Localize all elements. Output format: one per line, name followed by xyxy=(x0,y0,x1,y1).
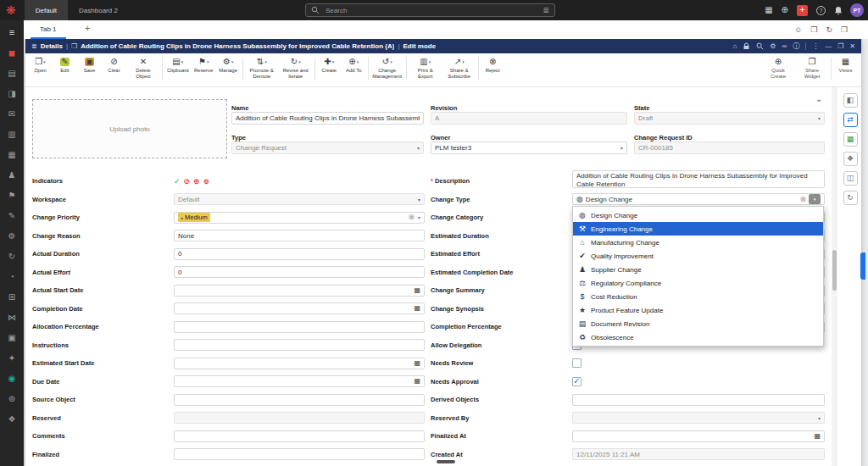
workflow-nav-icon[interactable]: ⋈ xyxy=(0,307,24,327)
dropdown-option-design-change[interactable]: ◍Design Change xyxy=(573,208,823,222)
widgets-panel-icon[interactable]: ❖ xyxy=(843,152,858,166)
dropdown-option-supplier-change[interactable]: ♟Supplier Change xyxy=(573,263,823,276)
dropdown-option-quality-improvement[interactable]: ✔Quality Improvement xyxy=(573,249,823,263)
calendar-icon[interactable]: ▦ xyxy=(414,287,420,294)
dropdown-toggle-button[interactable]: ▾ xyxy=(809,194,821,204)
add-workspace-icon[interactable]: ⊕ xyxy=(782,6,788,14)
toolbar-button-reserve[interactable]: ⚑▾Reserve xyxy=(192,56,216,74)
clear-icon[interactable]: ⊗ xyxy=(799,196,806,203)
quick-add-button[interactable]: + xyxy=(797,5,808,16)
global-search[interactable]: ≣ xyxy=(305,3,555,17)
field-created-at[interactable]: 12/11/2025 11:21 AM xyxy=(572,448,825,460)
toolbar-button-share-subscribe[interactable]: ↗▾Share & Subscribe xyxy=(442,56,476,80)
field-estimated-start-date[interactable]: ▦ xyxy=(174,358,425,369)
modules-nav-icon[interactable]: ❖ xyxy=(0,408,24,429)
dashboard-tab-dashboard-2[interactable]: Dashboard 2 xyxy=(68,0,129,20)
toolbar-button-quick-create[interactable]: ⊕Quick Create xyxy=(761,56,795,80)
history-panel-icon[interactable]: ↻ xyxy=(843,191,858,205)
favorites-nav-icon[interactable]: ✦ xyxy=(0,347,24,368)
products-app-icon[interactable]: ◼ xyxy=(0,42,24,63)
toolbar-button-delete-object[interactable]: ✕Delete Object xyxy=(126,56,160,80)
kanban-nav-icon[interactable]: ▣ xyxy=(0,327,24,347)
field-comments[interactable] xyxy=(174,430,425,442)
help-icon[interactable]: ? xyxy=(816,6,826,15)
field-actual-effort[interactable]: 0 xyxy=(174,266,425,278)
dropdown-option-cost-reduction[interactable]: $Cost Reduction xyxy=(573,290,823,303)
chevron-down-icon[interactable]: ▾ xyxy=(418,214,420,220)
toolbar-button-save[interactable]: ▣Save xyxy=(77,56,102,74)
panel-handle[interactable] xyxy=(860,252,865,280)
integrations-nav-icon[interactable]: ◉ xyxy=(0,368,24,388)
toolbar-button-clear[interactable]: ⊘Clear xyxy=(102,56,126,74)
field-finalized-at[interactable]: ▦ xyxy=(572,430,825,442)
grid-nav-icon[interactable]: ▦ xyxy=(0,144,24,164)
mail-nav-icon[interactable]: ✉ xyxy=(0,103,24,124)
flag-nav-icon[interactable]: ⚑ xyxy=(0,185,24,205)
search-filter-icon[interactable]: ≣ xyxy=(542,6,549,14)
checkbox-checked[interactable]: ✓ xyxy=(572,377,581,386)
dropdown-option-manufacturing-change[interactable]: ⌂Manufacturing Change xyxy=(573,236,823,249)
settings-gear-icon[interactable]: ⚙ xyxy=(770,43,776,50)
dropdown-option-obsolescence[interactable]: ♻Obsolescence xyxy=(573,330,823,344)
rows-nav-icon[interactable]: ▥ xyxy=(0,124,24,144)
info-panel-icon[interactable]: ◧ xyxy=(843,93,858,108)
field-allocation-percentage[interactable] xyxy=(174,321,425,333)
apps-grid-icon[interactable]: ▦ xyxy=(765,6,772,14)
notifications-bell-icon[interactable] xyxy=(834,6,843,15)
compare-panel-icon[interactable]: ⇄ xyxy=(843,113,858,127)
toolbar-button-print-export[interactable]: ▥▾Print & Export xyxy=(409,56,442,80)
search-input[interactable] xyxy=(324,6,538,15)
dropdown-option-product-feature-update[interactable]: ★Product Feature Update xyxy=(573,303,823,317)
new-window-icon[interactable]: ❐ xyxy=(841,26,848,34)
field-actual-duration[interactable]: 0 xyxy=(174,248,425,260)
vertical-scrollbar-thumb[interactable] xyxy=(832,250,837,291)
field-change-type[interactable]: ◍Design Change⊗▾ xyxy=(572,193,825,205)
vertical-scrollbar[interactable] xyxy=(832,87,837,466)
dropdown-option-document-revision[interactable]: ▤Document Revision xyxy=(573,317,823,330)
field-derived-objects[interactable] xyxy=(572,394,825,406)
toolbar-button-add-to[interactable]: ⊕▾Add To xyxy=(342,56,366,74)
close-icon[interactable]: ✕ xyxy=(849,43,855,50)
toolbar-button-create[interactable]: ✚▾Create xyxy=(317,56,342,74)
field-reserved[interactable] xyxy=(174,412,425,424)
field-reserved-by[interactable]: ▾ xyxy=(572,412,825,424)
dropdown-option-engineering-change[interactable]: ⚒Engineering Change xyxy=(573,222,823,236)
toolbar-button-revise-and-iterate[interactable]: ↻▾Revise and Iterate xyxy=(279,56,313,80)
toolbar-button-clipboard[interactable]: ▤▾Clipboard xyxy=(164,56,192,74)
menu-icon[interactable]: ≡ xyxy=(0,22,24,42)
field-completion-date[interactable]: ▦ xyxy=(174,302,425,314)
field-change-reason[interactable]: None xyxy=(174,230,425,241)
add-tab-button[interactable]: + xyxy=(85,24,90,33)
calendar-icon[interactable]: ▦ xyxy=(414,360,420,367)
field-change-priority[interactable]: ●Medium⊗▾ xyxy=(174,212,425,224)
apps-nav-icon[interactable]: ⊞ xyxy=(0,286,24,307)
user-avatar[interactable]: PT xyxy=(850,3,864,17)
calendar-icon[interactable]: ▦ xyxy=(414,305,420,312)
users-nav-icon[interactable]: ♟ xyxy=(0,164,24,185)
more-options-icon[interactable]: ⋮ xyxy=(812,43,819,50)
field-source-object[interactable] xyxy=(174,394,425,406)
app-logo-icon[interactable]: ❋ xyxy=(6,4,16,16)
restore-icon[interactable]: ❐ xyxy=(837,43,843,50)
link-icon[interactable]: ∞ xyxy=(782,43,787,50)
chevron-down-icon[interactable]: ▾ xyxy=(818,415,821,421)
edit-nav-icon[interactable]: ✎ xyxy=(0,205,24,225)
calendar-icon[interactable]: ▦ xyxy=(414,378,420,385)
field-description[interactable]: Addition of Cable Routing Clips in Drone… xyxy=(572,170,825,188)
refresh-icon[interactable]: ↻ xyxy=(826,26,832,34)
field-instructions[interactable] xyxy=(174,339,425,351)
lock-icon[interactable] xyxy=(743,42,750,50)
layout-panel-icon[interactable]: ◫ xyxy=(843,171,858,186)
list-nav-icon[interactable]: ▤ xyxy=(0,63,24,83)
dropdown-option-regulatory-compliance[interactable]: ⚖Regulatory Compliance xyxy=(573,276,823,290)
chevron-down-icon[interactable]: ▾ xyxy=(418,197,420,202)
toolbar-button-promote-demote[interactable]: ⇅▾Promote & Demote xyxy=(245,56,279,80)
toolbar-button-edit[interactable]: ✎Edit xyxy=(53,56,77,74)
toolbar-button-reject[interactable]: ⊗Reject xyxy=(481,56,505,74)
toolbar-button-views[interactable]: ▦Views xyxy=(833,56,858,74)
checkbox-unchecked[interactable] xyxy=(572,358,581,368)
clear-icon[interactable]: ⊗ xyxy=(408,214,415,221)
toolbar-button-open[interactable]: ❐▾Open xyxy=(28,56,53,74)
settings-nav-icon[interactable]: ⚙ xyxy=(0,225,24,246)
assistant-icon[interactable]: ☺ xyxy=(794,26,802,34)
